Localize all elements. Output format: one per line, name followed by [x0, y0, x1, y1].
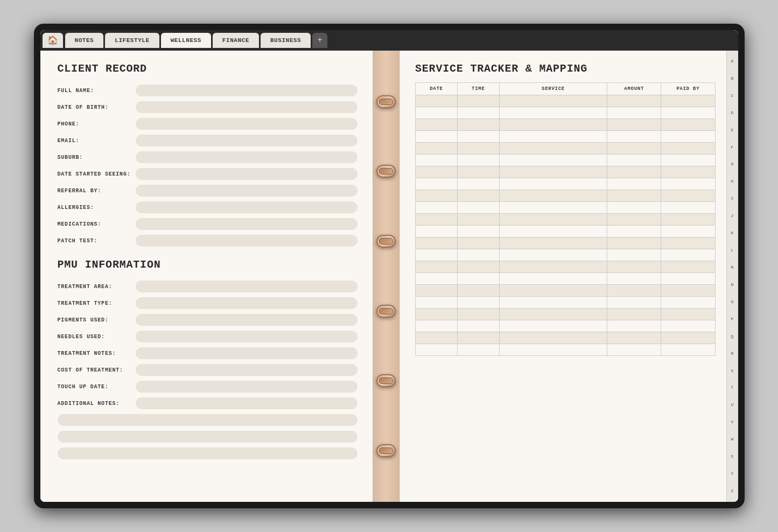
alpha-p[interactable]: P [731, 317, 734, 321]
table-row [416, 178, 716, 190]
data-cell [499, 107, 607, 119]
input-additional-notes[interactable] [136, 397, 358, 409]
data-cell [661, 155, 715, 166]
input-dob[interactable] [136, 101, 358, 113]
col-time: TIME [457, 83, 499, 95]
label-needles: NEEDLES USED: [58, 334, 136, 340]
data-cell [661, 285, 715, 297]
alpha-k[interactable]: K [731, 231, 734, 235]
data-cell [499, 249, 607, 261]
tab-home[interactable]: 🏠 [43, 33, 63, 48]
tab-finance[interactable]: FINANCE [213, 33, 259, 48]
data-cell [457, 332, 499, 344]
alpha-y[interactable]: Y [731, 472, 734, 476]
input-suburb[interactable] [136, 151, 358, 163]
data-cell [661, 344, 715, 356]
data-cell [607, 297, 661, 309]
alpha-c[interactable]: C [731, 94, 734, 98]
alpha-x[interactable]: X [731, 454, 734, 459]
alpha-i[interactable]: I [731, 197, 734, 201]
data-cell [607, 143, 661, 155]
col-service: SERVICE [499, 83, 607, 95]
data-cell [499, 297, 607, 309]
alpha-h[interactable]: H [731, 179, 734, 184]
input-date-started[interactable] [136, 168, 358, 180]
data-cell [607, 332, 661, 344]
data-cell [416, 237, 458, 249]
alpha-t[interactable]: T [731, 386, 734, 390]
alpha-e[interactable]: E [731, 128, 734, 132]
data-cell [457, 95, 499, 107]
data-cell [661, 237, 715, 249]
alpha-b[interactable]: B [731, 76, 734, 81]
input-treatment-type[interactable] [136, 297, 358, 309]
tab-add-button[interactable]: + [312, 33, 327, 48]
alpha-g[interactable]: G [731, 162, 734, 166]
data-cell [607, 155, 661, 166]
input-patch-test[interactable] [136, 235, 358, 247]
alpha-j[interactable]: J [731, 214, 734, 218]
data-cell [457, 237, 499, 249]
label-referral: REFERRAL BY: [58, 188, 136, 194]
input-allergies[interactable] [136, 201, 358, 213]
input-treatment-notes[interactable] [136, 347, 358, 359]
input-cost[interactable] [136, 364, 358, 376]
ring-2 [376, 165, 396, 178]
alpha-f[interactable]: F [731, 145, 734, 150]
data-cell [661, 166, 715, 178]
table-row [416, 119, 716, 131]
field-allergies: ALLERGIES: [58, 201, 358, 213]
table-row [416, 309, 716, 320]
alpha-a[interactable]: A [731, 59, 734, 64]
input-email[interactable] [136, 135, 358, 146]
tab-business[interactable]: BUSINESS [261, 33, 311, 48]
data-cell [499, 214, 607, 226]
data-cell [661, 202, 715, 214]
tab-wellness[interactable]: WELLNESS [161, 33, 211, 48]
alpha-m[interactable]: M [731, 265, 734, 270]
table-row [416, 226, 716, 237]
data-cell [457, 226, 499, 237]
table-row [416, 332, 716, 344]
alpha-s[interactable]: S [731, 369, 734, 373]
tab-lifestyle[interactable]: LIFESTYLE [105, 33, 159, 48]
label-dob: DATE OF BIRTH: [58, 104, 136, 110]
data-cell [499, 237, 607, 249]
data-cell [457, 309, 499, 320]
data-cell [416, 273, 458, 285]
alpha-v[interactable]: V [731, 420, 734, 424]
service-tracker-table: DATE TIME SERVICE AMOUNT PAID BY [415, 82, 716, 356]
table-row [416, 237, 716, 249]
data-cell [457, 285, 499, 297]
tab-notes[interactable]: NOTES [65, 33, 104, 48]
alpha-o[interactable]: O [731, 300, 734, 304]
data-cell [661, 107, 715, 119]
data-cell [661, 95, 715, 107]
input-full-name[interactable] [136, 85, 358, 96]
alpha-w[interactable]: W [731, 437, 734, 442]
data-cell [416, 344, 458, 356]
input-touch-up[interactable] [136, 381, 358, 393]
input-phone[interactable] [136, 118, 358, 130]
data-cell [416, 107, 458, 119]
input-medications[interactable] [136, 218, 358, 230]
input-needles[interactable] [136, 331, 358, 342]
data-cell [499, 143, 607, 155]
alpha-q[interactable]: Q [731, 334, 734, 339]
input-referral[interactable] [136, 185, 358, 197]
alpha-r[interactable]: R [731, 352, 734, 356]
table-row [416, 273, 716, 285]
alpha-l[interactable]: L [731, 248, 734, 253]
alpha-z[interactable]: Z [731, 489, 734, 493]
input-treatment-area[interactable] [136, 281, 358, 292]
data-cell [607, 107, 661, 119]
alpha-u[interactable]: U [731, 403, 734, 407]
input-pigments[interactable] [136, 314, 358, 326]
alpha-n[interactable]: N [731, 283, 734, 287]
data-cell [457, 320, 499, 332]
table-row [416, 190, 716, 202]
data-cell [607, 320, 661, 332]
alpha-d[interactable]: D [731, 111, 734, 115]
data-cell [416, 202, 458, 214]
label-full-name: FULL NAME: [58, 88, 136, 94]
